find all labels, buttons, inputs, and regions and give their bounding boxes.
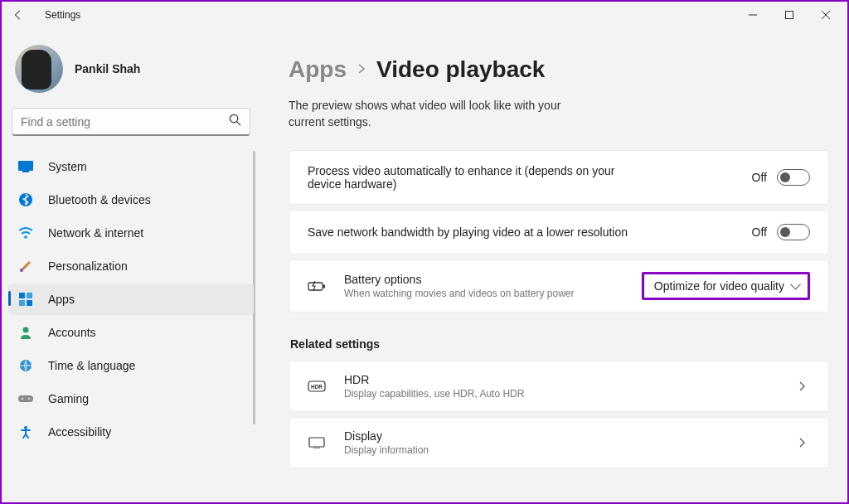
close-icon — [822, 11, 830, 19]
person-icon — [18, 325, 33, 340]
sidebar-item-time[interactable]: Time & language — [8, 350, 254, 381]
related-subtitle: Display information — [344, 444, 775, 456]
svg-point-20 — [28, 398, 31, 400]
setting-card-battery: Battery options When watching movies and… — [289, 259, 829, 313]
setting-title: Save network bandwidth by playing video … — [308, 225, 752, 239]
related-subtitle: Display capabilities, use HDR, Auto HDR — [344, 388, 775, 400]
svg-rect-1 — [786, 12, 793, 19]
clock-globe-icon — [18, 358, 33, 373]
related-card-hdr[interactable]: HDR HDR Display capabilities, use HDR, A… — [289, 361, 829, 412]
gamepad-icon — [18, 391, 33, 406]
sidebar-item-apps[interactable]: Apps — [8, 284, 254, 315]
svg-point-21 — [24, 426, 27, 429]
breadcrumb: Apps Video playback — [289, 56, 829, 83]
sidebar-item-system[interactable]: System — [8, 151, 254, 182]
sidebar-item-label: Gaming — [48, 392, 89, 405]
setting-subtitle: When watching movies and videos on batte… — [344, 288, 623, 299]
search-icon — [229, 114, 241, 129]
sidebar-item-label: Bluetooth & devices — [48, 193, 151, 206]
sidebar-item-label: Network & internet — [48, 226, 143, 240]
chevron-right-icon — [793, 437, 810, 448]
display-icon — [308, 437, 326, 448]
sidebar-item-label: Personalization — [48, 259, 128, 273]
svg-point-10 — [20, 269, 23, 272]
avatar — [15, 45, 63, 93]
svg-rect-6 — [18, 161, 33, 171]
setting-title: Process video automatically to enhance i… — [308, 164, 639, 191]
toggle-state: Off — [752, 225, 767, 239]
sidebar-item-label: Accessibility — [48, 425, 111, 439]
back-button[interactable] — [5, 2, 32, 28]
page-title: Video playback — [376, 56, 545, 83]
svg-rect-22 — [308, 283, 323, 290]
sidebar-item-bluetooth[interactable]: Bluetooth & devices — [8, 184, 254, 216]
svg-rect-13 — [19, 300, 25, 306]
sidebar-item-label: Accounts — [48, 326, 96, 339]
maximize-icon — [785, 11, 793, 19]
wifi-icon — [18, 225, 33, 240]
close-button[interactable] — [808, 2, 844, 28]
profile-block[interactable]: Pankil Shah — [8, 35, 254, 108]
main-content: Apps Video playback The preview shows wh… — [259, 28, 847, 502]
sidebar-item-label: Time & language — [48, 359, 135, 372]
search-field[interactable] — [21, 115, 229, 128]
accessibility-icon — [18, 424, 33, 439]
sidebar-item-personalization[interactable]: Personalization — [8, 250, 254, 282]
toggle-state: Off — [752, 171, 767, 184]
svg-point-4 — [230, 114, 237, 122]
bluetooth-icon — [18, 192, 33, 207]
sidebar-item-accessibility[interactable]: Accessibility — [8, 416, 254, 448]
sidebar-item-gaming[interactable]: Gaming — [8, 383, 254, 414]
page-subtitle: The preview shows what video will look l… — [289, 98, 587, 130]
battery-icon — [308, 280, 326, 292]
sidebar: Pankil Shah System Bluetooth & devices — [2, 28, 259, 502]
system-icon — [18, 159, 33, 174]
toggle-bandwidth[interactable] — [777, 224, 810, 240]
battery-options-dropdown[interactable]: Optimize for video quality — [642, 272, 810, 300]
title-bar: Settings — [2, 2, 847, 28]
sidebar-item-network[interactable]: Network & internet — [8, 217, 254, 249]
setting-card-bandwidth: Save network bandwidth by playing video … — [289, 210, 829, 254]
related-title: HDR — [344, 373, 775, 386]
apps-icon — [18, 292, 33, 307]
svg-point-15 — [23, 327, 29, 333]
svg-text:HDR: HDR — [311, 384, 323, 390]
nav-list: System Bluetooth & devices Network & int… — [8, 151, 254, 448]
sidebar-item-label: System — [48, 160, 87, 173]
setting-title: Battery options — [344, 273, 623, 286]
related-title: Display — [344, 429, 775, 443]
brush-icon — [18, 259, 33, 274]
svg-rect-7 — [22, 171, 29, 172]
related-heading: Related settings — [290, 337, 829, 351]
arrow-left-icon — [12, 9, 24, 21]
svg-rect-11 — [19, 293, 25, 298]
svg-rect-23 — [323, 285, 325, 288]
chevron-right-icon — [357, 62, 366, 77]
sidebar-item-label: Apps — [48, 293, 75, 306]
svg-line-5 — [237, 122, 240, 125]
svg-point-9 — [24, 235, 27, 239]
chevron-right-icon — [793, 380, 810, 392]
svg-point-19 — [22, 398, 24, 400]
profile-name: Pankil Shah — [75, 62, 140, 75]
hdr-icon: HDR — [308, 380, 326, 392]
search-input[interactable] — [12, 108, 250, 136]
svg-rect-14 — [27, 300, 32, 306]
svg-rect-12 — [27, 293, 32, 298]
window-title: Settings — [45, 9, 80, 21]
maximize-button[interactable] — [771, 2, 808, 28]
related-card-display[interactable]: Display Display information — [289, 417, 829, 468]
minimize-button[interactable] — [735, 2, 771, 28]
svg-rect-26 — [309, 438, 324, 447]
setting-card-enhance: Process video automatically to enhance i… — [289, 150, 829, 205]
breadcrumb-parent[interactable]: Apps — [289, 56, 347, 83]
toggle-enhance[interactable] — [777, 169, 810, 186]
minimize-icon — [749, 11, 757, 19]
svg-rect-18 — [18, 395, 33, 402]
sidebar-item-accounts[interactable]: Accounts — [8, 317, 254, 348]
